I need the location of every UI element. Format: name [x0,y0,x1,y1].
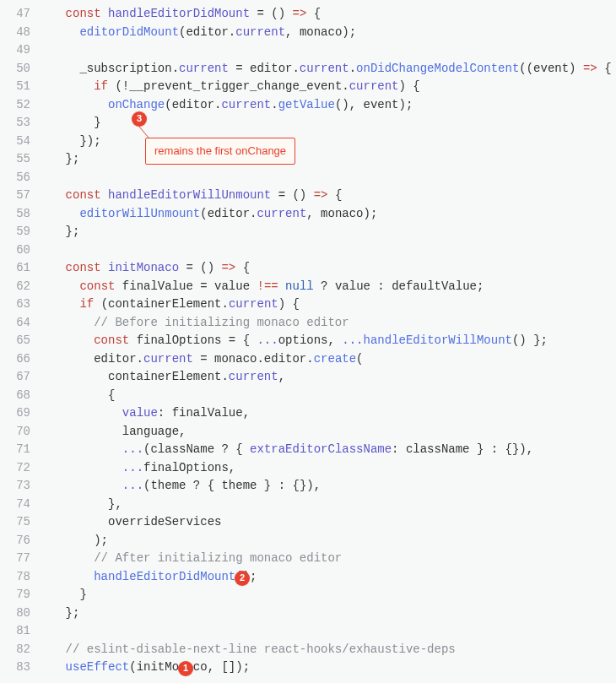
code-line: language, [37,423,616,442]
code-line: // Before initializing monaco editor [37,314,616,333]
annotation-badge-3: 3 [132,111,147,127]
line-number: 49 [0,41,30,60]
line-number: 69 [0,404,30,423]
line-number: 48 [0,24,30,42]
code-line: editorWillUnmount(editor.current, monaco… [37,205,616,224]
code-line: }); [37,133,616,151]
line-number: 54 [0,133,30,151]
code-line: useEffect(initMonaco, []); [37,659,616,677]
line-number: 57 [0,187,30,205]
annotation-badge-2: 2 [235,571,250,586]
code-line: onChange(editor.current.getValue(), even… [37,96,616,115]
line-number: 53 [0,114,30,133]
code-line [37,241,616,260]
code-line: overrideServices [37,513,616,532]
line-number: 60 [0,241,30,260]
line-number: 52 [0,96,30,115]
line-number: 79 [0,586,30,604]
code-line: }; [37,604,616,623]
line-number: 61 [0,259,30,278]
code-line: ...(theme ? { theme } : {}), [37,477,616,496]
annotation-badge-1: 1 [178,661,193,676]
code-line: editorDidMount(editor.current, monaco); [37,24,616,42]
code-line: ...(className ? { extraEditorClassName: … [37,441,616,459]
code-line: }; [37,223,616,241]
line-number: 63 [0,295,30,314]
code-line: } [37,114,616,133]
code-line: if (!__prevent_trigger_change_event.curr… [37,78,616,96]
line-number: 56 [0,169,30,187]
code-line: const initMonaco = () => { [37,259,616,278]
line-number: 68 [0,387,30,405]
code-line: const finalValue = value !== null ? valu… [37,278,616,296]
line-number: 64 [0,314,30,333]
line-number: 70 [0,423,30,442]
svg-line-0 [139,127,149,138]
line-number: 74 [0,496,30,514]
line-number: 58 [0,205,30,224]
code-line: value: finalValue, [37,404,616,423]
code-line: { [37,387,616,405]
code-line: const handleEditorWillUnmount = () => { [37,187,616,205]
annotation-callout: remains the first onChange [145,138,295,165]
line-number: 75 [0,513,30,532]
code-content: const handleEditorDidMount = () => { edi… [37,5,616,677]
code-line: if (containerElement.current) { [37,295,616,314]
code-line: ...finalOptions, [37,459,616,478]
line-number: 82 [0,641,30,659]
line-number: 55 [0,150,30,169]
code-line [37,41,616,60]
code-line: }, [37,496,616,514]
line-number: 65 [0,332,30,350]
line-number: 72 [0,459,30,478]
line-number: 80 [0,604,30,623]
line-number: 66 [0,350,30,369]
line-number: 73 [0,477,30,496]
code-line: // eslint-disable-next-line react-hooks/… [37,641,616,659]
line-number-gutter: 4748495051525354555657585960616263646566… [0,5,37,677]
line-number: 67 [0,368,30,387]
code-editor: 4748495051525354555657585960616263646566… [0,0,616,677]
code-line: const handleEditorDidMount = () => { [37,5,616,24]
line-number: 59 [0,223,30,241]
line-number: 50 [0,60,30,79]
code-line: } [37,586,616,604]
line-number: 78 [0,568,30,587]
code-line: editor.current = monaco.editor.create( [37,350,616,369]
code-line: // After initializing monaco editor [37,550,616,568]
code-line: _subscription.current = editor.current.o… [37,60,616,79]
code-line [37,169,616,187]
line-number: 77 [0,550,30,568]
line-number: 51 [0,78,30,96]
code-line: const finalOptions = { ...options, ...ha… [37,332,616,350]
line-number: 76 [0,532,30,550]
line-number: 62 [0,278,30,296]
code-line: }; [37,150,616,169]
line-number: 47 [0,5,30,24]
line-number: 81 [0,622,30,641]
code-line: handleEditorDidMount(); [37,568,616,587]
code-line: ); [37,532,616,550]
code-line: containerElement.current, [37,368,616,387]
line-number: 83 [0,659,30,677]
line-number: 71 [0,441,30,459]
code-line [37,622,616,641]
